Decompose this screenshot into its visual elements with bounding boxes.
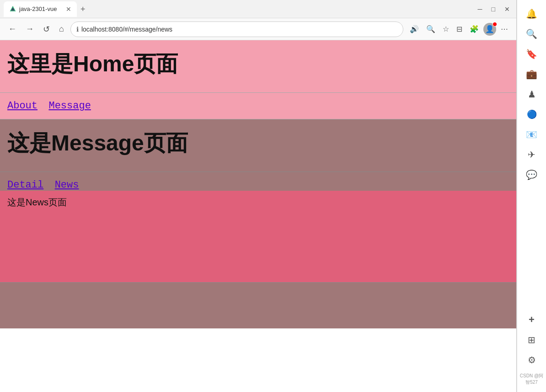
back-button[interactable]: ← (5, 22, 19, 36)
sidebar-bottom: + ⊞ ⚙ CSDN @阿智527 (517, 311, 546, 392)
message-link[interactable]: Message (48, 100, 91, 112)
detail-link[interactable]: Detail (7, 179, 43, 191)
browser-window: java-2301-vue ✕ + ─ □ ✕ ← → ↺ ⌂ ℹ 🔊 🔍 ☆ … (0, 0, 517, 392)
read-aloud-button[interactable]: 🔊 (407, 23, 422, 35)
address-bar-wrapper: ℹ (70, 21, 403, 37)
sidebar-bell-icon[interactable]: 🔔 (523, 5, 541, 23)
split-view-button[interactable]: ⊟ (454, 23, 465, 35)
profile-notification-dot (492, 22, 497, 27)
browser-sidebar: 🔔 🔍 🔖 💼 ♟ 🔵 📧 ✈ 💬 + ⊞ ⚙ CSDN @阿智527 (517, 0, 546, 392)
extensions-button[interactable]: 🧩 (467, 23, 482, 35)
home-nav: About Message (0, 93, 516, 119)
zoom-button[interactable]: 🔍 (423, 23, 438, 35)
favorites-button[interactable]: ☆ (440, 23, 452, 35)
news-section: 这是News页面 (0, 191, 516, 282)
message-section: 这是Message页面 (0, 119, 516, 172)
sidebar-chess-icon[interactable]: ♟ (523, 85, 541, 103)
home-heading: 这里是Home页面 (7, 49, 509, 79)
sidebar-plus-icon[interactable]: + (523, 311, 541, 329)
sidebar-copilot-icon[interactable]: 🔵 (523, 105, 541, 124)
info-icon: ℹ (76, 26, 79, 33)
sidebar-search-icon[interactable]: 🔍 (523, 25, 541, 43)
more-options-button[interactable]: ⋯ (498, 23, 511, 35)
address-bar[interactable] (81, 26, 397, 33)
new-tab-button[interactable]: + (80, 5, 86, 13)
bottom-section (0, 283, 516, 328)
sidebar-chat-icon[interactable]: 💬 (523, 166, 541, 184)
news-text: 这是News页面 (7, 196, 509, 209)
tab-title: java-2301-vue (19, 5, 57, 12)
home-button[interactable]: ⌂ (56, 22, 67, 36)
sidebar-grid-icon[interactable]: ⊞ (523, 331, 541, 349)
maximize-button[interactable]: □ (489, 4, 498, 15)
message-heading: 这是Message页面 (7, 129, 509, 158)
sidebar-bookmark-icon[interactable]: 🔖 (523, 45, 541, 63)
page-content: 这里是Home页面 About Message 这是Message页面 Deta… (0, 40, 516, 392)
about-link[interactable]: About (7, 100, 37, 112)
forward-button[interactable]: → (23, 22, 37, 36)
news-link[interactable]: News (55, 179, 79, 191)
close-window-button[interactable]: ✕ (502, 4, 513, 15)
browser-tab[interactable]: java-2301-vue ✕ (4, 1, 77, 17)
vue-logo-icon (9, 5, 16, 13)
tab-close-button[interactable]: ✕ (66, 5, 71, 13)
refresh-button[interactable]: ↺ (40, 22, 53, 36)
profile-button[interactable]: 👤 (483, 23, 496, 36)
sidebar-settings-icon[interactable]: ⚙ (523, 351, 541, 369)
message-nav: Detail News 这是News页面 (0, 172, 516, 283)
csdn-watermark: CSDN @阿智527 (517, 371, 546, 387)
title-bar: java-2301-vue ✕ + ─ □ ✕ (0, 0, 516, 18)
home-section: 这里是Home页面 (0, 40, 516, 93)
minimize-button[interactable]: ─ (475, 4, 485, 15)
sidebar-outlook-icon[interactable]: 📧 (523, 125, 541, 144)
sidebar-briefcase-icon[interactable]: 💼 (523, 65, 541, 83)
sidebar-send-icon[interactable]: ✈ (523, 145, 541, 164)
nav-bar: ← → ↺ ⌂ ℹ 🔊 🔍 ☆ ⊟ 🧩 👤 ⋯ (0, 18, 516, 40)
nav-actions: 🔊 🔍 ☆ ⊟ 🧩 👤 ⋯ (407, 23, 511, 36)
